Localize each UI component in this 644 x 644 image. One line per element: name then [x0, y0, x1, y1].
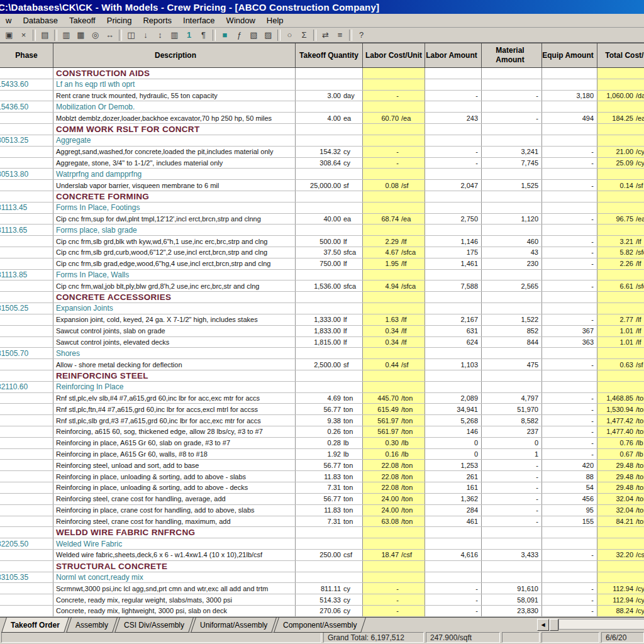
cell-takeoff-quantity[interactable]: 1,333.00lf — [296, 314, 363, 325]
cell-material-amount[interactable]: - — [482, 482, 542, 493]
menu-item-interface[interactable]: Interface — [177, 14, 221, 26]
cell-description[interactable]: Reinforcing in place, unloading & sortin… — [53, 482, 296, 493]
cell-description[interactable]: Aggregt,sand,washed,for concrete,loaded … — [53, 147, 296, 157]
cell-description[interactable]: Reinforcing in place, unloading & sortin… — [53, 471, 296, 482]
cell-description[interactable]: Cip cnc frm,slb grd,blk wth kyw,wd,6"h,1… — [53, 236, 296, 247]
menu-item-takeoff[interactable]: Takeoff — [64, 14, 101, 26]
cell-labor-amount[interactable]: 4,616 — [425, 550, 482, 560]
outline-icon[interactable]: ▦ — [74, 29, 88, 42]
cell-description[interactable]: Sawcut control joints, slab on grade — [53, 326, 296, 336]
cell-equip-amount[interactable] — [542, 370, 597, 381]
cell-equip-amount[interactable]: - — [542, 236, 597, 247]
cell-takeoff-quantity[interactable]: 500.00lf — [296, 236, 363, 247]
cell-total-cost-unit[interactable]: 1,477.42/ton — [597, 415, 644, 426]
cell-labor-cost-unit[interactable]: 22.08/ton — [363, 482, 425, 493]
cell-phase[interactable] — [0, 460, 53, 470]
help-icon[interactable]: ? — [354, 29, 369, 42]
cell-labor-amount[interactable]: 261 — [425, 471, 482, 482]
scrollbar-track[interactable] — [558, 619, 644, 630]
cell-phase[interactable]: 32110.60 — [0, 382, 53, 392]
cell-total-cost-unit[interactable] — [597, 270, 644, 280]
cell-total-cost-unit[interactable]: 1,477.40/ton — [597, 426, 644, 437]
cell-labor-amount[interactable]: 2,047 — [425, 180, 482, 191]
cell-description[interactable]: Aggregate, stone, 3/4" to 1-1/2", includ… — [53, 158, 296, 169]
cell-phase[interactable]: 31505.25 — [0, 303, 53, 314]
sheet-tab-takeoff-order[interactable]: Takeoff Order — [1, 618, 69, 633]
cell-labor-cost-unit[interactable]: - — [363, 91, 425, 101]
cell-labor-cost-unit[interactable]: 615.49/ton — [363, 404, 425, 414]
cell-labor-cost-unit[interactable]: - — [363, 583, 425, 594]
cell-equip-amount[interactable] — [542, 382, 597, 392]
cell-labor-cost-unit[interactable]: - — [363, 594, 425, 605]
cell-description[interactable]: Watrprfng and dampprfng — [53, 169, 296, 179]
cell-total-cost-unit[interactable] — [597, 370, 644, 381]
cell-material-amount[interactable] — [482, 270, 542, 280]
cell-takeoff-quantity[interactable]: 1,833.00lf — [296, 326, 363, 336]
cell-takeoff-quantity[interactable]: 4.00ea — [296, 113, 363, 123]
cell-total-cost-unit[interactable]: 1,468.85/ton — [597, 393, 644, 404]
cell-labor-amount[interactable] — [425, 68, 482, 79]
cell-equip-amount[interactable]: 456 — [542, 494, 597, 504]
cell-description[interactable]: REINFORCING STEEL — [53, 370, 296, 381]
cell-material-amount[interactable]: 1,522 — [482, 314, 542, 325]
cell-labor-amount[interactable] — [425, 303, 482, 314]
insert-column-icon[interactable]: ◫ — [124, 29, 138, 42]
cell-description[interactable]: WELDD WIRE FABRIC RNFRCNG — [53, 527, 296, 538]
cell-labor-cost-unit[interactable]: 561.97/ton — [363, 415, 425, 426]
cell-total-cost-unit[interactable]: 29.48/ton — [597, 471, 644, 482]
cell-equip-amount[interactable]: - — [542, 258, 597, 269]
cell-total-cost-unit[interactable] — [597, 292, 644, 303]
cell-takeoff-quantity[interactable]: 514.33cy — [296, 594, 363, 605]
cell-equip-amount[interactable]: 155 — [542, 516, 597, 527]
cell-description[interactable]: Welded wire fabric,sheets,deck,6 x 6 - w… — [53, 550, 296, 560]
fit-columns-icon[interactable]: ↔ — [103, 29, 117, 42]
cell-labor-amount[interactable]: - — [425, 147, 482, 157]
cell-description[interactable]: Cip cnc frm,slb grd,curb,wood,6"12",2 us… — [53, 247, 296, 258]
takeoff-icon[interactable]: ■ — [218, 29, 232, 42]
cell-phase[interactable] — [0, 516, 53, 527]
cell-equip-amount[interactable] — [542, 169, 597, 179]
cell-takeoff-quantity[interactable]: 11.83ton — [296, 505, 363, 516]
cell-material-amount[interactable]: - — [482, 505, 542, 516]
cell-total-cost-unit[interactable] — [597, 135, 644, 146]
cell-equip-amount[interactable]: - — [542, 426, 597, 437]
cell-total-cost-unit[interactable]: 3.21/lf — [597, 236, 644, 247]
cell-description[interactable]: Expansion joint, cold, keyed, 24 ga. X 7… — [53, 314, 296, 325]
cell-total-cost-unit[interactable] — [597, 191, 644, 202]
cell-equip-amount[interactable]: - — [542, 393, 597, 404]
cell-takeoff-quantity[interactable]: 1,815.00lf — [296, 337, 363, 348]
cell-total-cost-unit[interactable] — [597, 101, 644, 112]
cell-labor-amount[interactable] — [425, 225, 482, 235]
cell-description[interactable]: Cip cnc frm,slb grad,edge,wood,6"hg,4 us… — [53, 258, 296, 269]
cell-takeoff-quantity[interactable] — [296, 348, 363, 358]
cell-description[interactable]: Forms place, slab grade — [53, 225, 296, 235]
cell-equip-amount[interactable]: - — [542, 606, 597, 616]
paste-icon[interactable]: ▣ — [2, 29, 16, 42]
cell-material-amount[interactable]: 230 — [482, 258, 542, 269]
cell-labor-amount[interactable]: 1,461 — [425, 258, 482, 269]
cell-total-cost-unit[interactable]: 1,060.00/day — [597, 91, 644, 101]
cell-description[interactable]: Reinforcing in place, crane cost for han… — [53, 505, 296, 516]
cell-labor-amount[interactable]: 5,268 — [425, 415, 482, 426]
cell-description[interactable]: Expansion Joints — [53, 303, 296, 314]
cell-takeoff-quantity[interactable]: 56.77ton — [296, 494, 363, 504]
cell-description[interactable]: CONCRETE ACCESSORIES — [53, 292, 296, 303]
cell-labor-cost-unit[interactable] — [363, 382, 425, 392]
menu-item-window[interactable]: Window — [221, 14, 261, 26]
cell-material-amount[interactable]: 1,120 — [482, 214, 542, 225]
find-icon[interactable]: ◎ — [88, 29, 103, 42]
cell-equip-amount[interactable]: - — [542, 280, 597, 291]
cell-takeoff-quantity[interactable] — [296, 225, 363, 235]
cell-material-amount[interactable] — [482, 292, 542, 303]
cell-description[interactable]: Cip cnc frm,sup for dwl,plnt tmpl,12'12'… — [53, 214, 296, 225]
cell-equip-amount[interactable] — [542, 191, 597, 202]
cell-total-cost-unit[interactable] — [597, 572, 644, 583]
cell-equip-amount[interactable] — [542, 538, 597, 549]
cell-total-cost-unit[interactable]: 21.00/cy — [597, 147, 644, 157]
cell-description[interactable]: Aggregate — [53, 135, 296, 146]
cell-equip-amount[interactable]: - — [542, 449, 597, 460]
cell-equip-amount[interactable] — [542, 225, 597, 235]
cell-total-cost-unit[interactable]: 112.94/cy — [597, 583, 644, 594]
cell-equip-amount[interactable]: - — [542, 359, 597, 370]
cell-phase[interactable] — [0, 438, 53, 448]
